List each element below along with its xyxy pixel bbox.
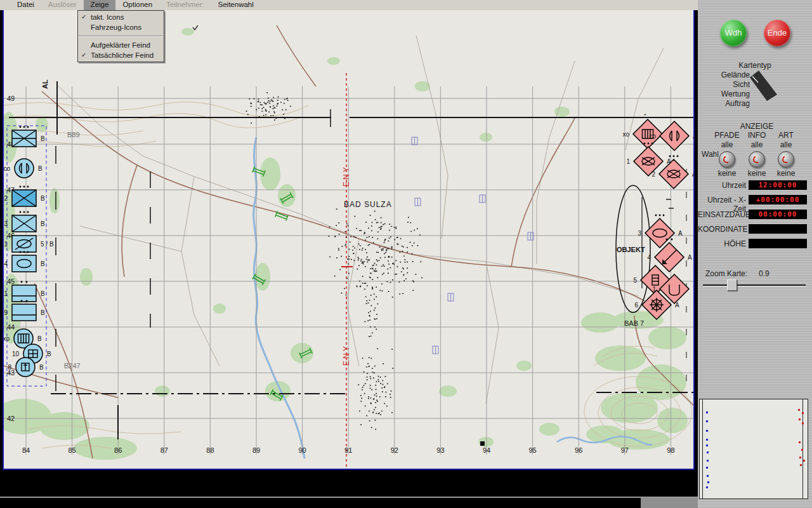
svg-text:B89: B89	[67, 131, 80, 138]
kartentyp-option-gelaende[interactable]: Gelände	[698, 70, 750, 80]
unit-symbol[interactable]: coA	[649, 121, 693, 150]
switch-pfade: PFADE alle keine	[711, 131, 743, 178]
svg-text:5: 5	[633, 277, 637, 284]
unit-symbol[interactable]: 4B	[4, 251, 45, 272]
menu-item-zeige[interactable]: Zeige	[84, 0, 116, 10]
minimap-enemy-dot	[799, 441, 801, 443]
svg-text:4: 4	[4, 260, 8, 267]
svg-text:97: 97	[621, 446, 629, 454]
info-knob[interactable]	[749, 151, 765, 168]
svg-text:89: 89	[252, 446, 260, 454]
minimap-friendly-dot	[706, 411, 708, 413]
minimap-enemy-dot	[802, 422, 804, 424]
minimap-friendly-dot	[707, 475, 709, 477]
svg-text:85: 85	[68, 446, 75, 454]
switch-art-top-label: alle	[770, 140, 802, 149]
switch-pfade-top-label: alle	[711, 140, 743, 149]
koordinate-label: KOORDINATE	[698, 225, 746, 234]
uhrzeit-value: 12:00:00	[749, 180, 807, 190]
svg-text:84: 84	[22, 446, 30, 454]
towns-layer	[246, 92, 422, 430]
anzeige-title: ANZEIGE	[731, 122, 782, 131]
kartentyp-option-sicht[interactable]: Sicht	[698, 80, 750, 90]
switch-art: ART alle keine	[770, 131, 802, 178]
unit-symbol[interactable]: 3A	[638, 215, 683, 248]
switch-info-bottom-label: keine	[741, 169, 773, 178]
svg-text:86: 86	[114, 446, 122, 454]
status-gray-block	[641, 498, 698, 508]
eny-line	[341, 73, 353, 467]
svg-text:A: A	[678, 230, 683, 237]
svg-text:5 / B: 5 / B	[41, 241, 54, 248]
application-window: DateiAuslöserZeigeOptionenTeilnehmer:Sei…	[0, 0, 812, 508]
menu-item-seitenwahl[interactable]: Seitenwahl	[211, 0, 261, 10]
display-hoehe: HÖHE	[698, 239, 812, 249]
uhrzeit-label: Uhrzeit	[698, 181, 746, 190]
svg-text:B: B	[41, 260, 45, 267]
minimap-friendly-dot	[706, 444, 708, 446]
minimap-friendly-dot	[707, 460, 709, 462]
minimap-enemy-dot	[803, 460, 805, 462]
svg-text:-: -	[644, 110, 646, 117]
svg-text:8: 8	[8, 364, 11, 371]
zeige-menu-item-fahrzeug-icons[interactable]: Fahrzeug-Icons	[78, 22, 164, 32]
svg-text:3: 3	[638, 230, 641, 237]
zeige-menu-item-aufgeklärter-feind[interactable]: Aufgeklärter Feind	[78, 40, 164, 50]
menu-item-auslöser: Auslöser	[41, 0, 84, 10]
menu-item-optionen[interactable]: Optionen	[115, 0, 159, 10]
svg-text:1: 1	[626, 158, 630, 165]
river-layer	[254, 137, 652, 458]
hoehe-label: HÖHE	[698, 239, 746, 248]
svg-text:A: A	[693, 133, 693, 140]
svg-text:OBJEKT: OBJEKT	[617, 246, 645, 253]
minimap-friendly-dot	[707, 451, 709, 453]
svg-text:B: B	[41, 195, 45, 202]
grid-layer	[4, 86, 693, 455]
zeige-menu-item-takt--icons[interactable]: ✓takt. Icons	[78, 12, 164, 22]
kartentyp-option-auftrag[interactable]: Auftrag	[698, 99, 750, 109]
svg-text:44: 44	[7, 323, 15, 331]
svg-text:AL: AL	[41, 79, 49, 89]
zoom-slider-thumb[interactable]	[727, 279, 737, 291]
menu-item-datei[interactable]: Datei	[10, 0, 41, 10]
unit-symbol[interactable]: xo-	[622, 110, 662, 149]
grid-labels: 8485868788899091929394959697984948474645…	[7, 95, 675, 454]
wdh-button[interactable]: Wdh	[720, 20, 747, 46]
pfade-knob[interactable]	[719, 151, 735, 168]
svg-text:ENY: ENY	[342, 165, 351, 187]
svg-text:B: B	[41, 135, 45, 142]
overview-minimap	[699, 399, 808, 499]
svg-text:B247: B247	[64, 362, 81, 370]
display-koordinate: KOORDINATE	[698, 224, 812, 234]
svg-text:6: 6	[634, 302, 638, 309]
svg-text:45: 45	[7, 277, 15, 285]
svg-text:49: 49	[7, 95, 15, 102]
zoom-slider-track[interactable]	[703, 284, 806, 286]
minimap-friendly-dot	[706, 430, 708, 432]
minimap-enemy-dot	[801, 449, 803, 451]
svg-text:90: 90	[298, 446, 306, 454]
map-area[interactable]: 8485868788899091929394959697984948474645…	[3, 9, 695, 470]
kartentyp-option-wertung[interactable]: Wertung	[698, 90, 750, 99]
status-black-bar	[0, 498, 641, 508]
ende-button[interactable]: Ende	[764, 20, 790, 46]
svg-text:92: 92	[391, 446, 398, 454]
svg-text:3: 3	[4, 220, 8, 227]
zeige-menu-item-tatsächlicher-feind[interactable]: ✓Tatsächlicher Feind	[78, 50, 164, 60]
control-panel: Wdh Ende Kartentyp Gelände Sicht Wertung…	[698, 0, 812, 508]
svg-text:10: 10	[12, 351, 20, 358]
svg-text:BAB 7: BAB 7	[624, 319, 644, 327]
kartentyp-options: Gelände Sicht Wertung Auftrag	[698, 70, 750, 109]
svg-text:96: 96	[575, 446, 582, 454]
display-einsatzdauer: EINSATZDAUER 00:00:00	[698, 210, 812, 220]
svg-text:11: 11	[4, 290, 8, 297]
svg-text:88: 88	[206, 446, 214, 454]
minimap-enemy-dot	[799, 457, 801, 458]
x-zeit-value: +00:00:00	[749, 195, 807, 204]
svg-text:95: 95	[528, 446, 536, 454]
svg-text:B: B	[38, 165, 43, 172]
svg-text:ENY: ENY	[342, 344, 351, 366]
svg-text:2: 2	[652, 171, 655, 178]
svg-text:B: B	[41, 309, 45, 316]
art-knob[interactable]	[778, 151, 794, 168]
